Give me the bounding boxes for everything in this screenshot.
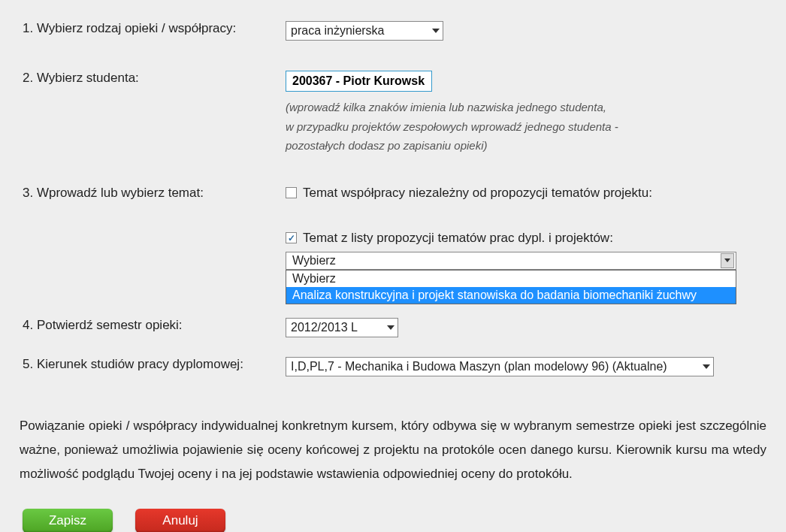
row-supervision-type: 1. Wybierz rodzaj opieki / współpracy: p… (15, 21, 771, 41)
hint-student-line2: w przypadku projektów zespołowych wprowa… (286, 117, 771, 137)
svg-marker-0 (432, 29, 440, 33)
checkbox-independent-topic[interactable]: Temat współpracy niezależny od propozycj… (286, 186, 771, 201)
topic-option-1[interactable]: Analiza konstrukcyjna i projekt stanowis… (286, 287, 736, 304)
topic-option-0[interactable]: Wybierz (286, 271, 736, 287)
select-semester-value: 2012/2013 L (291, 321, 358, 334)
label-topic: 3. Wprowadź lub wybierz temat: (23, 186, 204, 200)
row-topic: 3. Wprowadź lub wybierz temat: Temat wsp… (15, 186, 771, 304)
checkbox-fromlist-topic[interactable]: Temat z listy propozycji tematów prac dy… (286, 231, 771, 246)
hint-student-line3: pozostałych dodasz po zapisaniu opieki) (286, 136, 771, 156)
chevron-down-icon (387, 325, 395, 330)
label-semester: 4. Potwierdź semestr opieki: (23, 318, 183, 332)
chevron-down-icon (432, 29, 440, 33)
checkbox-independent-label: Temat współpracy niezależny od propozycj… (303, 186, 652, 201)
svg-marker-2 (387, 325, 395, 330)
label-student: 2. Wybierz studenta: (23, 71, 139, 85)
info-paragraph: Powiązanie opieki / współpracy indywidua… (15, 414, 771, 487)
checkbox-fromlist-label: Temat z listy propozycji tematów prac dy… (303, 231, 613, 246)
hint-student: (wprowadź kilka znaków imienia lub nazwi… (286, 98, 771, 156)
checkbox-box-independent[interactable] (286, 187, 297, 198)
save-button[interactable]: Zapisz (23, 509, 113, 532)
hint-student-line1: (wprowadź kilka znaków imienia lub nazwi… (286, 98, 771, 117)
cancel-button[interactable]: Anuluj (135, 509, 225, 532)
select-topic[interactable]: Wybierz (286, 252, 736, 270)
chevron-down-icon (721, 253, 734, 268)
svg-marker-3 (703, 364, 710, 369)
row-student: 2. Wybierz studenta: (wprowadź kilka zna… (15, 71, 771, 156)
select-topic-options: Wybierz Analiza konstrukcyjna i projekt … (286, 270, 736, 304)
svg-marker-1 (724, 258, 730, 262)
select-semester[interactable]: 2012/2013 L (286, 318, 398, 337)
label-supervision-type: 1. Wybierz rodzaj opieki / współpracy: (23, 21, 236, 35)
row-semester: 4. Potwierdź semestr opieki: 2012/2013 L (15, 318, 771, 337)
chevron-down-icon (703, 364, 710, 369)
select-supervision-type[interactable]: praca inżynierska (286, 21, 443, 41)
select-study-field-value: I,D,PL,7 - Mechanika i Budowa Maszyn (pl… (291, 360, 667, 373)
select-supervision-type-value: praca inżynierska (291, 24, 385, 38)
select-topic-value: Wybierz (292, 254, 336, 268)
select-topic-wrap: Wybierz Wybierz Analiza konstrukcyjna i … (286, 252, 736, 304)
checkbox-box-fromlist[interactable] (286, 232, 297, 243)
row-study-field: 5. Kierunek studiów pracy dyplomowej: I,… (15, 357, 771, 376)
select-study-field[interactable]: I,D,PL,7 - Mechanika i Budowa Maszyn (pl… (286, 357, 714, 376)
label-study-field: 5. Kierunek studiów pracy dyplomowej: (23, 357, 243, 371)
button-row: Zapisz Anuluj (15, 509, 771, 532)
input-student[interactable] (286, 71, 432, 92)
